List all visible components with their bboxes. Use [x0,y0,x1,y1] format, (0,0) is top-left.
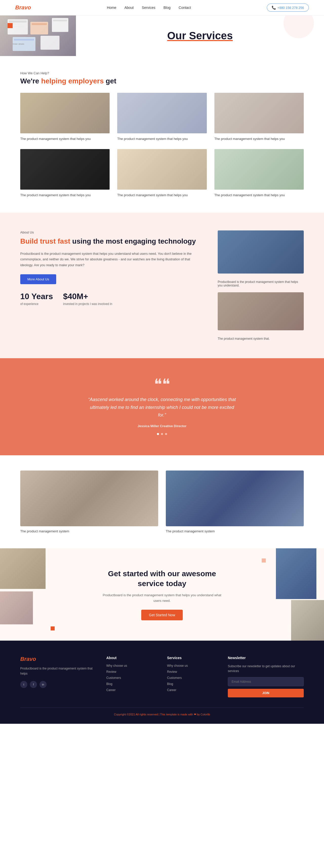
cta-center-content: Get started with our awesome service tod… [101,568,223,620]
cta-section: Get started with our awesome service tod… [0,548,324,641]
footer-about-item-3[interactable]: Customers [106,676,157,680]
about-tag: About Us [20,230,203,234]
about-image-2 [218,292,304,330]
nav-item-about[interactable]: About [124,5,134,10]
footer-services-item-4[interactable]: Blog [167,682,218,686]
service-image-6 [214,149,304,190]
about-right: Productboard is the product management s… [218,230,304,340]
nav-item-contact[interactable]: Contact [179,5,191,10]
footer-about-item-2[interactable]: Review [106,670,157,674]
service-image-3 [214,93,304,133]
cta-image-bottom-left [0,591,33,624]
service-card-2: The product management system that helps… [117,93,207,142]
phone-button[interactable]: 📞 +880 156 278 256 [267,4,309,12]
service-image-1 [20,93,110,133]
footer-logo-text: Bravo [20,656,36,662]
footer-about-heading: About [106,656,157,660]
stat-years-label: of experience [20,302,53,306]
footer-logo: Bravo [20,656,96,662]
carousel-dots [15,433,309,435]
about-description: Productboard is the product management s… [20,251,203,268]
stat-invested-label: invested in projects I was involved in [63,302,112,306]
dot-2[interactable] [161,433,163,435]
dot-3[interactable] [165,433,167,435]
nav-menu: Home About Services Blog Contact [107,5,191,10]
footer-about-item-5[interactable]: Career [106,688,157,692]
svg-text:Order details: Order details [13,43,24,45]
help-heading: We're helping employers get [20,77,304,85]
cta-square-decoration-2 [262,558,266,562]
service-desc-5: The product management system that helps… [117,193,207,198]
stat-invested-value: $40M+ [63,292,112,301]
dot-1[interactable] [157,433,159,435]
phone-number: +880 156 278 256 [278,6,304,10]
footer-services-heading: Services [167,656,218,660]
twitter-icon[interactable]: t [20,681,27,688]
footer-services-item-3[interactable]: Customers [167,676,218,680]
cta-square-decoration-1 [50,626,55,630]
gallery-caption-2: The product management system [166,529,304,533]
hero-section: Order details Our Services [0,16,324,56]
cta-image-top-left [0,548,45,589]
about-image-2-caption: The product management system that. [218,337,304,340]
service-card-1: The product management system that helps… [20,93,110,142]
footer-copyright: Copyright ©2021 All rights reserved | Th… [114,713,210,716]
about-image-1-caption: Productboard is the product management s… [218,280,304,287]
footer: Bravo Productboard is the product manage… [0,641,324,724]
footer-services-item-2[interactable]: Review [167,670,218,674]
service-desc-2: The product management system that helps… [117,136,207,142]
cta-title: Get started with our awesome service tod… [101,568,223,588]
svg-rect-9 [14,39,34,40]
service-card-6: The product management system that helps… [214,149,304,198]
instagram-icon[interactable]: in [39,681,46,688]
cta-left-images [0,548,56,641]
logo[interactable]: Bravo [15,4,31,11]
newsletter-desc: Subscribe our newsletter to get updates … [228,664,304,674]
cta-button[interactable]: Get Started Now [141,610,183,620]
quote-author: Jessica Miller Creative Director [15,424,309,428]
footer-about-col: About Why choose us Review Customers Blo… [106,656,157,698]
cta-image-top-right [276,548,316,599]
footer-services-item-5[interactable]: Career [167,688,218,692]
stat-years: 10 Years of experience [20,292,53,306]
footer-about-list: Why choose us Review Customers Blog Care… [106,664,157,692]
footer-about-item-1[interactable]: Why choose us [106,664,157,668]
services-grid: The product management system that helps… [20,93,304,197]
gallery-section: The product management system The produc… [0,455,324,548]
about-left: About Us Build trust fast using the most… [20,230,203,306]
cta-image-bottom-right [291,600,324,641]
service-card-4: The product management system that helps… [20,149,110,198]
hero-square-decoration [8,23,13,28]
gallery-caption-1: The product management system [20,529,158,533]
footer-grid: Bravo Productboard is the product manage… [20,656,304,698]
author-name: Jessica Miller [138,424,159,428]
footer-services-item-1[interactable]: Why choose us [167,664,218,668]
service-desc-4: The product management system that helps… [20,193,110,198]
service-image-4 [20,149,110,190]
cta-right-images [268,548,324,641]
nav-item-home[interactable]: Home [107,5,116,10]
gallery-item-1: The product management system [20,470,158,533]
nav-item-services[interactable]: Services [142,5,155,10]
stat-invested: $40M+ invested in projects I was involve… [63,292,112,306]
help-section: How We Can Help? We're helping employers… [0,56,324,213]
page-title: Our Services [167,30,232,42]
footer-desc: Productboard is the product management s… [20,666,96,676]
phone-icon: 📞 [272,6,276,10]
svg-rect-10 [40,36,60,50]
footer-newsletter-heading: Newsletter [228,656,304,660]
facebook-icon[interactable]: f [30,681,37,688]
newsletter-email-input[interactable] [228,677,304,686]
footer-about-item-4[interactable]: Blog [106,682,157,686]
quote-mark-icon: ❝❝ [15,378,309,391]
gallery-image-1 [20,470,158,526]
stat-years-value: 10 Years [20,292,53,301]
svg-rect-5 [32,23,47,25]
newsletter-join-button[interactable]: JOIN [228,689,304,698]
nav-item-blog[interactable]: Blog [164,5,171,10]
about-more-button[interactable]: More About Us [20,274,56,284]
footer-brand-col: Bravo Productboard is the product manage… [20,656,96,698]
help-tag: How We Can Help? [20,71,304,75]
service-desc-1: The product management system that helps… [20,136,110,142]
gallery-grid: The product management system The produc… [20,470,304,533]
